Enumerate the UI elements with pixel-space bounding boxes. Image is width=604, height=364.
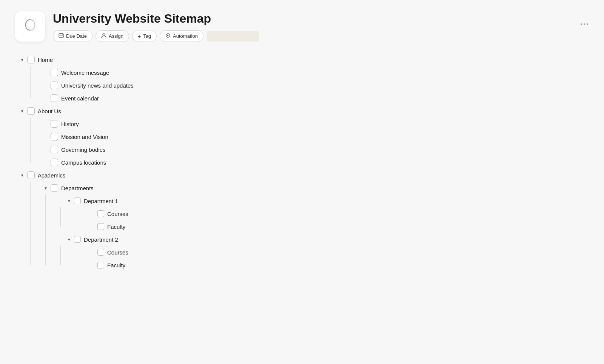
tree-row-dept2-faculty: Faculty	[19, 259, 589, 271]
label-governing-bodies[interactable]: Governing bodies	[60, 146, 107, 154]
tree-row-academics: ▼ Academics	[19, 169, 589, 182]
label-academics[interactable]: Academics	[36, 171, 67, 179]
checkbox-history[interactable]	[51, 120, 58, 128]
label-welcome[interactable]: Welcome message	[60, 69, 111, 77]
automation-icon	[165, 33, 171, 39]
chevron-department-1[interactable]: ▼	[66, 197, 72, 204]
tree-row-event-calendar: Event calendar	[19, 92, 589, 105]
label-department-1[interactable]: Department 1	[82, 197, 120, 205]
checkbox-dept2-courses[interactable]	[97, 249, 104, 256]
logo-box	[15, 11, 45, 42]
calendar-icon	[59, 33, 64, 39]
svg-rect-0	[59, 34, 63, 38]
tree-row-department-1: ▼ Department 1	[19, 194, 589, 207]
svg-point-4	[103, 34, 105, 36]
label-campus-locations[interactable]: Campus locations	[60, 159, 108, 167]
tree-item-home: ▼ Home Welcome message University news a…	[19, 53, 589, 105]
label-dept2-faculty[interactable]: Faculty	[106, 261, 127, 269]
checkbox-department-1[interactable]	[74, 197, 81, 204]
page-title: University Website Sitemap	[53, 11, 589, 26]
checkbox-home[interactable]	[27, 56, 35, 63]
checkbox-welcome[interactable]	[51, 69, 58, 76]
checkbox-dept1-courses[interactable]	[97, 210, 104, 217]
app-container: University Website Sitemap Due Date	[0, 0, 604, 364]
tree-item-about-us: ▼ About Us History Mission and Vision	[19, 105, 589, 169]
tree-row-home: ▼ Home	[19, 53, 589, 66]
label-department-2[interactable]: Department 2	[82, 236, 120, 244]
svg-point-7	[584, 23, 585, 25]
label-university-news[interactable]: University news and updates	[60, 82, 135, 89]
label-home[interactable]: Home	[36, 56, 54, 64]
assign-button[interactable]: Assign	[96, 30, 129, 42]
chevron-departments[interactable]: ▼	[42, 185, 49, 191]
tree-row-university-news: University news and updates	[19, 79, 589, 92]
toolbar-extra-placeholder	[206, 31, 259, 42]
app-logo-icon	[23, 18, 37, 35]
label-history[interactable]: History	[60, 120, 80, 128]
checkbox-university-news[interactable]	[51, 82, 58, 89]
tree-row-about-us: ▼ About Us	[19, 105, 589, 117]
svg-point-6	[581, 23, 582, 25]
chevron-department-2[interactable]: ▼	[66, 236, 72, 243]
chevron-home[interactable]: ▼	[19, 56, 26, 63]
checkbox-dept1-faculty[interactable]	[97, 223, 104, 230]
checkbox-governing-bodies[interactable]	[51, 146, 58, 153]
due-date-button[interactable]: Due Date	[53, 30, 92, 42]
more-options-button[interactable]	[580, 19, 589, 28]
checkbox-academics[interactable]	[27, 171, 35, 179]
tree-container: ▼ Home Welcome message University news a…	[15, 53, 589, 271]
tree-row-mission-vision: Mission and Vision	[19, 130, 589, 143]
due-date-label: Due Date	[66, 33, 87, 39]
tag-label: Tag	[143, 33, 151, 39]
checkbox-dept2-faculty[interactable]	[97, 262, 104, 268]
checkbox-department-2[interactable]	[74, 236, 81, 243]
checkbox-campus-locations[interactable]	[51, 159, 58, 166]
tree-row-campus-locations: Campus locations	[19, 156, 589, 169]
svg-point-8	[587, 23, 588, 25]
tree-row-dept1-courses: Courses	[19, 207, 589, 220]
label-dept1-faculty[interactable]: Faculty	[106, 223, 127, 231]
subtree-department-1: Courses Faculty	[19, 207, 589, 233]
tree-item-academics: ▼ Academics ▼ Departments ▼	[19, 169, 589, 271]
checkbox-event-calendar[interactable]	[51, 94, 58, 102]
tree-row-department-2: ▼ Department 2	[19, 233, 589, 246]
label-dept2-courses[interactable]: Courses	[106, 248, 130, 256]
tree-row-dept1-faculty: Faculty	[19, 220, 589, 233]
label-dept1-courses[interactable]: Courses	[106, 210, 130, 218]
subtree-department-2: Courses Faculty	[19, 246, 589, 271]
label-departments[interactable]: Departments	[60, 184, 95, 192]
toolbar: Due Date Assign + Tag	[53, 30, 589, 42]
tree-row-dept2-courses: Courses	[19, 246, 589, 259]
header: University Website Sitemap Due Date	[15, 11, 589, 42]
tree-row-departments: ▼ Departments	[19, 182, 589, 194]
tree-row-governing-bodies: Governing bodies	[19, 143, 589, 156]
assign-label: Assign	[109, 33, 123, 39]
chevron-about-us[interactable]: ▼	[19, 108, 26, 114]
checkbox-mission-vision[interactable]	[51, 133, 58, 140]
subtree-academics: ▼ Departments ▼ Department 1	[19, 182, 589, 271]
header-content: University Website Sitemap Due Date	[53, 11, 589, 42]
checkbox-departments[interactable]	[51, 184, 58, 192]
label-about-us[interactable]: About Us	[36, 107, 63, 115]
label-event-calendar[interactable]: Event calendar	[60, 94, 100, 102]
subtree-departments: ▼ Department 1 Courses	[19, 194, 589, 271]
subtree-about-us: History Mission and Vision Governing bod…	[19, 117, 589, 169]
tag-button[interactable]: + Tag	[132, 31, 157, 42]
tree-row-welcome: Welcome message	[19, 66, 589, 79]
automation-button[interactable]: Automation	[160, 30, 203, 42]
plus-icon: +	[138, 33, 141, 39]
automation-label: Automation	[173, 33, 198, 39]
checkbox-about-us[interactable]	[27, 107, 35, 115]
label-mission-vision[interactable]: Mission and Vision	[60, 133, 110, 141]
person-icon	[101, 33, 106, 39]
tree-row-history: History	[19, 117, 589, 130]
subtree-home: Welcome message University news and upda…	[19, 66, 589, 105]
chevron-academics[interactable]: ▼	[19, 172, 26, 179]
